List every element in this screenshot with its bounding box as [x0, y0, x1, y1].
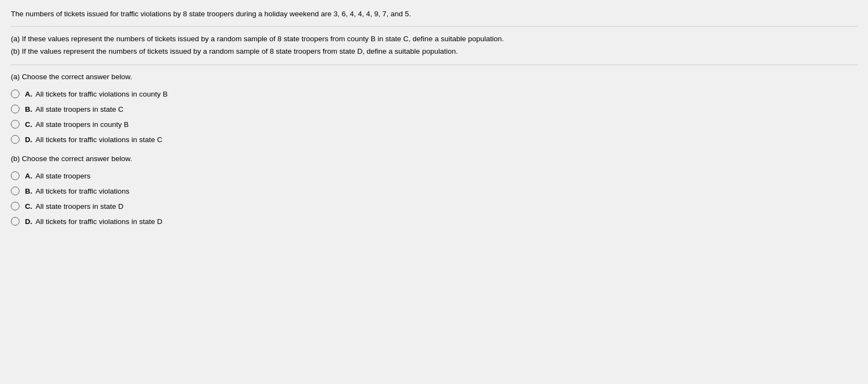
part-b-radio-a[interactable]: [11, 171, 20, 180]
part-b-radio-b[interactable]: [11, 187, 20, 195]
part-b-option-a[interactable]: A. All state troopers: [11, 171, 857, 180]
part-a-text-d: All tickets for traffic violations in st…: [36, 136, 163, 144]
part-a-option-c[interactable]: C. All state troopers in county B: [11, 120, 857, 129]
part-b-option-c[interactable]: C. All state troopers in state D: [11, 202, 857, 210]
part-a-option-a[interactable]: A. All tickets for traffic violations in…: [11, 89, 857, 98]
part-a-letter-d: D.: [25, 136, 33, 144]
part-a-text-a: All tickets for traffic violations in co…: [36, 90, 168, 98]
part-b-text-d: All tickets for traffic violations in st…: [36, 217, 163, 226]
sub-question-a: (a) If these values represent the number…: [11, 33, 857, 46]
part-b-text-c: All state troopers in state D: [36, 202, 124, 210]
part-b-letter-c: C.: [25, 202, 33, 210]
intro-text: The numbers of tickets issued for traffi…: [11, 9, 857, 27]
part-a-option-b[interactable]: B. All state troopers in state C: [11, 105, 857, 113]
part-a-section: (a) Choose the correct answer below. A. …: [11, 73, 857, 144]
part-a-text-c: All state troopers in county B: [36, 120, 129, 129]
sub-questions: (a) If these values represent the number…: [11, 33, 857, 65]
part-a-text-b: All state troopers in state C: [36, 105, 124, 113]
part-a-radio-b[interactable]: [11, 105, 20, 113]
part-a-letter-a: A.: [25, 90, 33, 98]
intro-paragraph: The numbers of tickets issued for traffi…: [11, 10, 411, 18]
part-a-option-d[interactable]: D. All tickets for traffic violations in…: [11, 135, 857, 144]
part-a-letter-c: C.: [25, 120, 33, 129]
part-b-options: A. All state troopers B. All tickets for…: [11, 171, 857, 226]
part-b-text-b: All tickets for traffic violations: [36, 187, 130, 195]
part-b-option-b[interactable]: B. All tickets for traffic violations: [11, 187, 857, 195]
part-b-letter-b: B.: [25, 187, 33, 195]
part-b-letter-d: D.: [25, 217, 33, 226]
part-b-option-d[interactable]: D. All tickets for traffic violations in…: [11, 217, 857, 226]
part-a-radio-d[interactable]: [11, 135, 20, 144]
part-a-radio-c[interactable]: [11, 120, 20, 129]
part-a-letter-b: B.: [25, 105, 33, 113]
page-container: The numbers of tickets issued for traffi…: [0, 0, 868, 384]
part-b-radio-d[interactable]: [11, 217, 20, 226]
part-b-section: (b) Choose the correct answer below. A. …: [11, 155, 857, 226]
part-b-text-a: All state troopers: [36, 172, 91, 180]
part-a-radio-a[interactable]: [11, 89, 20, 98]
sub-question-b: (b) If the values represent the numbers …: [11, 46, 857, 58]
part-b-label: (b) Choose the correct answer below.: [11, 155, 857, 163]
part-b-radio-c[interactable]: [11, 202, 20, 210]
part-a-label: (a) Choose the correct answer below.: [11, 73, 857, 81]
part-a-options: A. All tickets for traffic violations in…: [11, 89, 857, 144]
part-b-letter-a: A.: [25, 172, 33, 180]
